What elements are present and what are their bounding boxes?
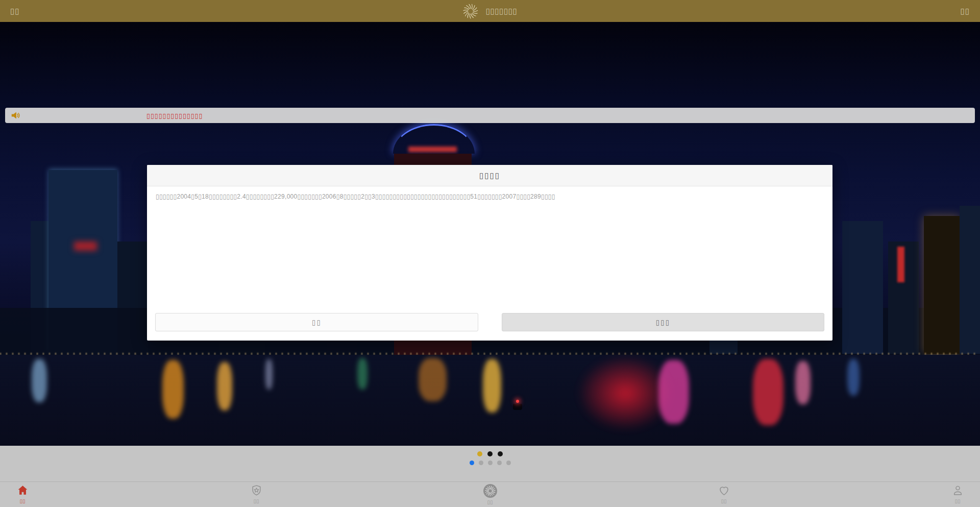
building-silhouette — [960, 206, 980, 354]
neon-sign-glow — [74, 242, 97, 251]
buoy-light — [516, 400, 519, 403]
brand-sunburst-icon — [463, 4, 478, 19]
nav-item-home[interactable]: ▯▯ — [7, 482, 38, 507]
notice-dialog: ▯▯▯▯ ▯▯▯▯▯▯2004▯5▯18▯▯▯▯▯▯▯▯2.4▯▯▯▯▯▯▯▯2… — [147, 165, 832, 341]
announcement-bar[interactable]: ▯▯▯▯▯▯▯▯▯▯▯▯▯▯ — [5, 108, 975, 123]
nav-item-center[interactable]: ▯▯ — [475, 482, 505, 507]
center-sunburst-icon — [483, 484, 497, 498]
bottom-nav: ▯▯ ▯▯ ▯▯ ▯▯ ▯▯ — [0, 481, 980, 507]
carousel-dot[interactable] — [498, 451, 503, 456]
carousel-dots-primary — [477, 451, 503, 456]
carousel-dot[interactable] — [506, 461, 511, 465]
brand: ▯▯▯▯▯▯▯ — [463, 0, 517, 22]
nav-item-promotions[interactable]: ▯▯ — [241, 482, 272, 507]
carousel-indicators — [0, 446, 980, 481]
person-icon — [951, 484, 964, 497]
carousel-dot[interactable] — [488, 461, 493, 465]
building-silhouette — [842, 221, 883, 354]
neon-sign-glow — [897, 247, 904, 282]
announcement-text: ▯▯▯▯▯▯▯▯▯▯▯▯▯▯ — [146, 112, 203, 119]
heart-icon — [718, 484, 730, 497]
topbar-right-button[interactable]: ▯▯ — [960, 7, 970, 16]
shield-star-icon — [250, 484, 263, 497]
carousel-dot[interactable] — [487, 451, 493, 456]
topbar-left-button[interactable]: ▯▯ — [10, 7, 20, 16]
carousel-dot[interactable] — [479, 461, 483, 465]
carousel-dot[interactable] — [470, 461, 474, 465]
water-reflections — [0, 355, 980, 446]
dialog-buttons: ▯▯ ▯▯▯ — [155, 313, 824, 331]
nav-label: ▯▯ — [253, 498, 259, 504]
nav-item-favorites[interactable]: ▯▯ — [708, 482, 739, 507]
nav-label: ▯▯ — [19, 498, 25, 504]
dialog-title: ▯▯▯▯ — [147, 165, 832, 186]
dialog-body-text: ▯▯▯▯▯▯2004▯5▯18▯▯▯▯▯▯▯▯2.4▯▯▯▯▯▯▯▯229,00… — [147, 186, 832, 207]
carousel-dot[interactable] — [477, 451, 482, 456]
top-bar: ▯▯ ▯▯▯▯▯▯▯ ▯▯ — [0, 0, 980, 22]
nav-label: ▯▯ — [954, 498, 960, 504]
dismiss-button[interactable]: ▯▯▯ — [502, 313, 824, 331]
casino-neon-text — [408, 147, 457, 152]
home-icon — [16, 484, 29, 497]
buoy — [513, 404, 522, 410]
nav-item-profile[interactable]: ▯▯ — [942, 482, 973, 507]
carousel-dots-secondary — [470, 461, 511, 465]
bottom-panel: ▯▯ ▯▯ ▯▯ ▯▯ ▯▯ — [0, 446, 980, 507]
brand-title: ▯▯▯▯▯▯▯ — [486, 7, 517, 16]
speaker-icon — [10, 110, 21, 121]
nav-label: ▯▯ — [487, 499, 493, 505]
carousel-dot[interactable] — [497, 461, 502, 465]
confirm-button[interactable]: ▯▯ — [155, 313, 478, 331]
building-silhouette — [924, 216, 960, 354]
nav-label: ▯▯ — [721, 498, 726, 504]
